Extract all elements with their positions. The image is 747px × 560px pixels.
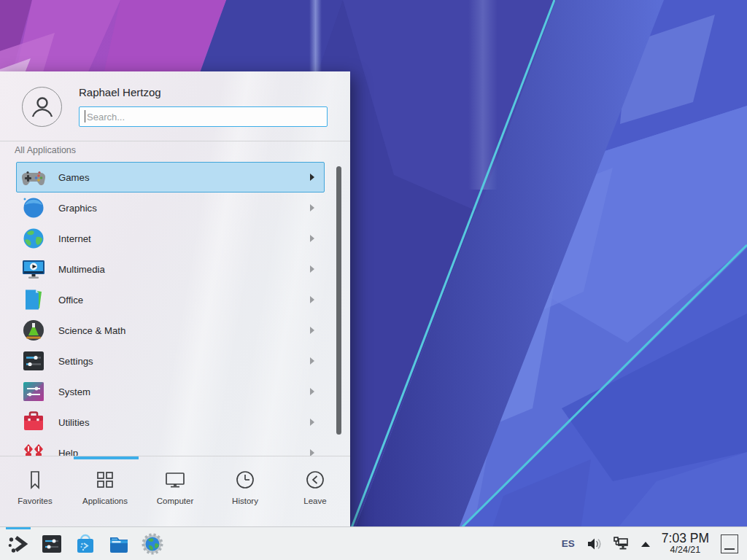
sliders-icon xyxy=(22,349,45,373)
web-browser-button[interactable] xyxy=(136,527,169,560)
text-cursor xyxy=(85,110,85,122)
menu-item-label: Graphics xyxy=(58,203,97,214)
tab-label: Applications xyxy=(82,497,128,505)
blue-sphere-icon xyxy=(22,196,45,219)
user-avatar-icon xyxy=(28,93,57,122)
system-sliders-icon xyxy=(22,380,45,403)
wired-network-icon xyxy=(612,535,630,553)
menu-item-system[interactable]: System xyxy=(16,376,325,407)
flask-icon xyxy=(22,319,45,342)
tab-label: History xyxy=(232,497,258,505)
leave-circle-icon xyxy=(304,469,326,491)
submenu-arrow-icon xyxy=(310,357,314,365)
tab-favorites[interactable]: Favorites xyxy=(0,459,70,526)
menu-item-help[interactable]: Help xyxy=(16,438,325,456)
network-button[interactable] xyxy=(612,535,630,553)
document-icon xyxy=(22,288,45,311)
user-name: Raphael Hertzog xyxy=(79,86,161,98)
menu-item-settings[interactable]: Settings xyxy=(16,346,325,376)
user-avatar[interactable] xyxy=(22,87,62,127)
menu-item-label: Office xyxy=(58,295,83,306)
dolphin-folder-icon xyxy=(107,532,131,556)
tab-computer[interactable]: Computer xyxy=(140,459,210,526)
menu-item-label: Multimedia xyxy=(58,264,105,275)
menu-item-graphics[interactable]: Graphics xyxy=(16,192,325,223)
menu-item-games[interactable]: Games xyxy=(16,162,325,192)
application-category-list: Games Graphics xyxy=(16,162,325,456)
tab-label: Computer xyxy=(157,497,194,505)
menu-item-label: Help xyxy=(58,448,78,456)
tab-history[interactable]: History xyxy=(210,459,280,526)
system-settings-icon xyxy=(40,532,63,556)
tabbar-separator xyxy=(0,456,350,456)
volume-button[interactable] xyxy=(586,536,602,552)
submenu-arrow-icon xyxy=(310,296,314,303)
grid-icon xyxy=(94,469,116,491)
kde-launcher-icon xyxy=(7,532,30,556)
show-desktop-button[interactable] xyxy=(721,534,738,553)
desktop: Raphael Hertzog All Applications xyxy=(0,0,747,560)
system-tray: ES xyxy=(562,532,743,556)
monitor-icon xyxy=(164,469,186,491)
submenu-arrow-icon xyxy=(310,265,314,273)
application-launcher-button[interactable] xyxy=(1,527,35,560)
clock-time: 7:03 PM xyxy=(662,532,709,545)
menu-item-utilities[interactable]: Utilities xyxy=(16,407,325,438)
launcher-tabbar: Favorites Applications Computer xyxy=(0,459,350,526)
globe-icon xyxy=(22,227,45,250)
help-icon xyxy=(22,441,45,456)
menu-item-label: Internet xyxy=(58,233,91,244)
search-input[interactable] xyxy=(79,106,328,127)
menu-item-internet[interactable]: Internet xyxy=(16,223,325,254)
submenu-arrow-icon xyxy=(310,388,314,395)
tab-leave[interactable]: Leave xyxy=(280,459,350,526)
submenu-arrow-icon xyxy=(310,174,314,181)
submenu-arrow-icon xyxy=(310,327,314,334)
list-scrollbar[interactable] xyxy=(336,166,341,435)
system-settings-button[interactable] xyxy=(35,527,69,560)
keyboard-layout-indicator[interactable]: ES xyxy=(562,538,575,549)
submenu-arrow-icon xyxy=(310,235,314,242)
active-task-indicator xyxy=(6,527,31,529)
speaker-icon xyxy=(586,536,602,552)
bookmark-icon xyxy=(24,469,46,491)
monitor-play-icon xyxy=(22,257,45,281)
browser-globe-icon xyxy=(141,532,164,556)
header-separator xyxy=(0,141,350,141)
discover-button[interactable] xyxy=(69,527,102,560)
tab-applications[interactable]: Applications xyxy=(70,459,140,526)
discover-bag-icon xyxy=(74,532,97,556)
file-manager-button[interactable] xyxy=(102,527,136,560)
tab-label: Leave xyxy=(303,497,326,505)
menu-item-label: Science & Math xyxy=(58,325,125,336)
menu-item-office[interactable]: Office xyxy=(16,284,325,315)
menu-item-science-math[interactable]: Science & Math xyxy=(16,315,325,346)
submenu-arrow-icon xyxy=(310,419,314,426)
tab-label: Favorites xyxy=(18,497,52,505)
tray-expander-button[interactable] xyxy=(640,540,651,548)
taskbar-panel: ES xyxy=(0,526,747,560)
submenu-arrow-icon xyxy=(310,449,314,456)
section-label: All Applications xyxy=(15,145,76,155)
clock-date: 4/24/21 xyxy=(662,545,709,556)
digital-clock[interactable]: 7:03 PM 4/24/21 xyxy=(662,532,709,556)
menu-item-label: Games xyxy=(58,172,90,183)
clock-icon xyxy=(234,469,256,491)
application-launcher-popup: Raphael Hertzog All Applications xyxy=(0,71,350,526)
submenu-arrow-icon xyxy=(310,204,314,211)
menu-item-label: Utilities xyxy=(58,417,90,428)
menu-item-label: Settings xyxy=(58,356,93,367)
menu-item-label: System xyxy=(58,386,90,397)
menu-item-multimedia[interactable]: Multimedia xyxy=(16,254,325,284)
caret-up-icon xyxy=(640,540,651,548)
toolbox-icon xyxy=(22,411,45,434)
gamepad-icon xyxy=(22,166,45,189)
